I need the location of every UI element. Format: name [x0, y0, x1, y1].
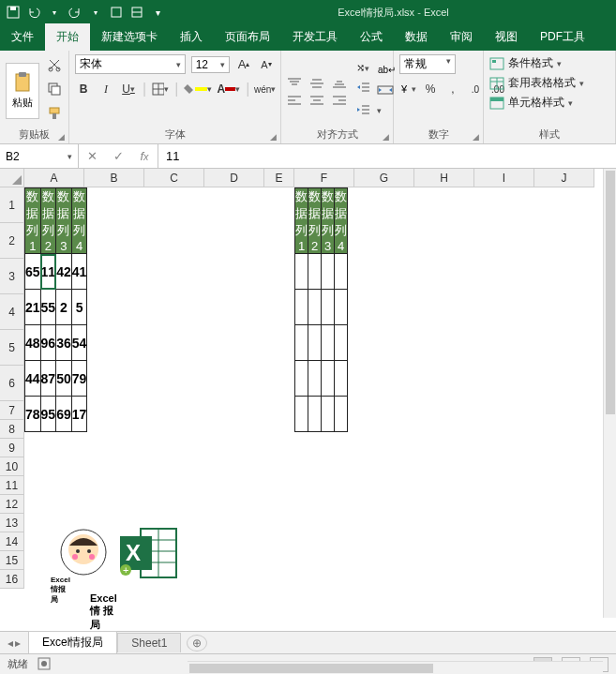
tab-insert[interactable]: 插入: [169, 23, 214, 51]
table-cell[interactable]: [335, 397, 348, 432]
new-sheet-button[interactable]: ⊕: [187, 635, 207, 652]
comma-button[interactable]: ,: [444, 80, 461, 98]
align-right-icon[interactable]: [332, 93, 349, 106]
fill-color-button[interactable]: ▾: [184, 80, 211, 98]
col-header-G[interactable]: G: [354, 169, 414, 187]
table-cell[interactable]: 95: [40, 397, 56, 432]
table-cell[interactable]: [322, 325, 335, 361]
tab-review[interactable]: 审阅: [439, 23, 484, 51]
tab-home[interactable]: 开始: [45, 23, 90, 51]
col-header-H[interactable]: H: [414, 169, 474, 187]
table-cell[interactable]: [308, 290, 322, 325]
copy-icon[interactable]: [47, 82, 62, 100]
table-header[interactable]: 数据列3: [322, 188, 335, 254]
save-icon[interactable]: [6, 5, 21, 20]
data-table-1[interactable]: 数据列1数据列2数据列3数据列4651142412155254896365444…: [24, 187, 87, 432]
table-cell[interactable]: 41: [71, 254, 87, 290]
qat-icon-1[interactable]: [109, 5, 124, 20]
indent-inc-icon[interactable]: [356, 102, 369, 119]
tab-developer[interactable]: 开发工具: [281, 23, 349, 51]
row-header[interactable]: 6: [0, 366, 24, 401]
row-header[interactable]: 13: [0, 514, 24, 532]
table-cell[interactable]: 65: [25, 254, 41, 290]
decrease-font-icon[interactable]: A▾: [258, 55, 275, 74]
dialog-launcher-icon[interactable]: ◢: [270, 132, 277, 142]
col-header-B[interactable]: B: [84, 169, 144, 187]
col-header-D[interactable]: D: [204, 169, 264, 187]
column-headers[interactable]: ABCDEFGHIJ: [24, 169, 594, 187]
format-as-table-button[interactable]: 套用表格格式 ▾: [489, 74, 609, 92]
table-cell[interactable]: 54: [71, 325, 87, 361]
align-bottom-icon[interactable]: [332, 76, 349, 89]
row-header[interactable]: 2: [0, 223, 24, 259]
table-cell[interactable]: 50: [56, 361, 72, 397]
col-header-E[interactable]: E: [264, 169, 294, 187]
tab-view[interactable]: 视图: [484, 23, 529, 51]
table-header[interactable]: 数据列1: [295, 188, 308, 254]
cell-styles-button[interactable]: 单元格样式 ▾: [489, 94, 609, 112]
col-header-F[interactable]: F: [294, 169, 354, 187]
table-cell[interactable]: 21: [25, 290, 41, 325]
bold-button[interactable]: B: [75, 80, 92, 98]
table-cell[interactable]: [322, 290, 335, 325]
table-cell[interactable]: 42: [56, 254, 72, 290]
row-header[interactable]: 7: [0, 401, 24, 420]
row-header[interactable]: 1: [0, 187, 24, 223]
row-header[interactable]: 12: [0, 495, 24, 514]
dialog-launcher-icon[interactable]: ◢: [383, 132, 389, 142]
undo-icon[interactable]: [26, 5, 41, 20]
table-header[interactable]: 数据列1: [25, 188, 41, 254]
table-cell[interactable]: 79: [71, 361, 87, 397]
col-header-J[interactable]: J: [534, 169, 594, 187]
formula-input[interactable]: 11: [158, 144, 616, 168]
tab-pdf[interactable]: PDF工具: [529, 23, 596, 51]
tab-file[interactable]: 文件: [0, 23, 45, 51]
border-button[interactable]: ▾: [152, 80, 169, 98]
col-header-A[interactable]: A: [24, 169, 84, 187]
col-header-C[interactable]: C: [144, 169, 204, 187]
currency-button[interactable]: ¥▾: [399, 80, 416, 98]
table-cell[interactable]: [295, 361, 308, 397]
cut-icon[interactable]: [47, 57, 62, 76]
dialog-launcher-icon[interactable]: ◢: [473, 132, 479, 142]
table-cell[interactable]: [322, 361, 335, 397]
table-cell[interactable]: [308, 361, 322, 397]
qat-icon-2[interactable]: [129, 5, 144, 20]
row-headers[interactable]: 12345678910111213141516: [0, 187, 24, 589]
row-header[interactable]: 9: [0, 439, 24, 457]
redo-icon[interactable]: [68, 5, 83, 20]
data-table-2[interactable]: 数据列1数据列2数据列3数据列4: [294, 187, 348, 432]
table-cell[interactable]: [295, 325, 308, 361]
table-cell[interactable]: 36: [56, 325, 72, 361]
number-format-select[interactable]: 常规▾: [399, 54, 456, 74]
tab-custom[interactable]: 新建选项卡: [90, 23, 169, 51]
tab-data[interactable]: 数据: [394, 23, 439, 51]
conditional-format-button[interactable]: 条件格式 ▾: [489, 54, 609, 72]
table-header[interactable]: 数据列4: [335, 188, 348, 254]
paste-button[interactable]: 粘贴: [6, 63, 39, 119]
row-header[interactable]: 15: [0, 551, 24, 570]
sheet-nav[interactable]: ◂▸: [0, 637, 28, 650]
table-cell[interactable]: 87: [40, 361, 56, 397]
table-cell[interactable]: [295, 397, 308, 432]
dialog-launcher-icon[interactable]: ◢: [58, 132, 65, 142]
align-center-icon[interactable]: [309, 93, 326, 106]
increase-decimal-icon[interactable]: .0: [467, 80, 484, 98]
table-cell[interactable]: 11: [40, 254, 56, 290]
row-header[interactable]: 14: [0, 532, 24, 551]
confirm-edit-icon[interactable]: ✓: [105, 149, 131, 163]
table-header[interactable]: 数据列2: [308, 188, 322, 254]
font-color-button[interactable]: A▾: [218, 80, 241, 98]
table-cell[interactable]: 2: [56, 290, 72, 325]
phonetic-button[interactable]: wén▾: [255, 80, 275, 98]
chevron-down-icon[interactable]: ▾: [47, 5, 62, 20]
align-middle-icon[interactable]: [309, 76, 326, 89]
row-header[interactable]: 11: [0, 476, 24, 495]
sheet-tab-sheet1[interactable]: Sheet1: [117, 633, 181, 652]
col-header-I[interactable]: I: [474, 169, 534, 187]
underline-button[interactable]: U ▾: [120, 80, 137, 98]
table-header[interactable]: 数据列4: [71, 188, 87, 254]
table-cell[interactable]: [335, 290, 348, 325]
table-cell[interactable]: [322, 397, 335, 432]
cancel-edit-icon[interactable]: ✕: [79, 149, 105, 163]
